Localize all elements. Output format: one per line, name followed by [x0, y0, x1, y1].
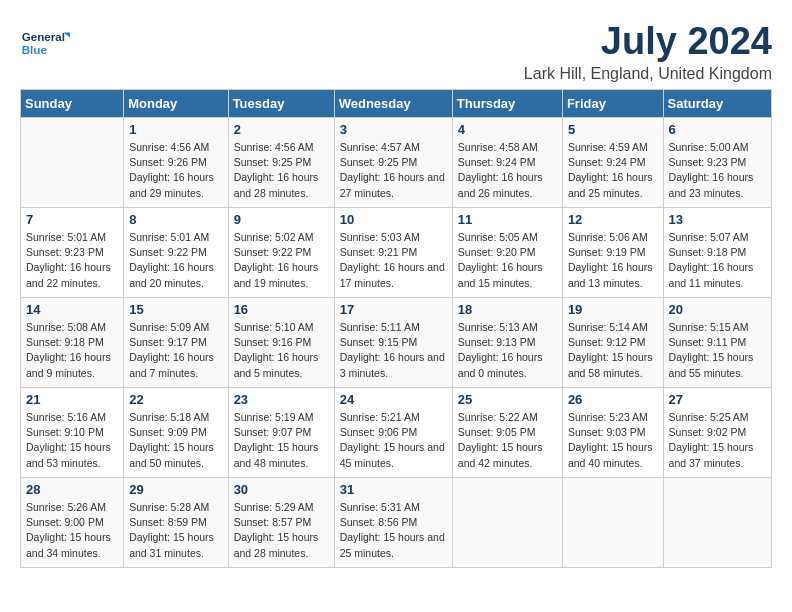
day-number: 29: [129, 482, 222, 497]
day-info: Sunrise: 5:21 AM Sunset: 9:06 PM Dayligh…: [340, 410, 447, 471]
day-info: Sunrise: 5:28 AM Sunset: 8:59 PM Dayligh…: [129, 500, 222, 561]
calendar-cell: 28 Sunrise: 5:26 AM Sunset: 9:00 PM Dayl…: [21, 478, 124, 568]
day-number: 7: [26, 212, 118, 227]
calendar-cell: 29 Sunrise: 5:28 AM Sunset: 8:59 PM Dayl…: [124, 478, 228, 568]
calendar-cell: 27 Sunrise: 5:25 AM Sunset: 9:02 PM Dayl…: [663, 388, 771, 478]
day-info: Sunrise: 5:01 AM Sunset: 9:23 PM Dayligh…: [26, 230, 118, 291]
header-monday: Monday: [124, 90, 228, 118]
day-number: 26: [568, 392, 658, 407]
day-info: Sunrise: 5:18 AM Sunset: 9:09 PM Dayligh…: [129, 410, 222, 471]
day-number: 22: [129, 392, 222, 407]
day-number: 15: [129, 302, 222, 317]
day-info: Sunrise: 5:26 AM Sunset: 9:00 PM Dayligh…: [26, 500, 118, 561]
week-row-1: 1 Sunrise: 4:56 AM Sunset: 9:26 PM Dayli…: [21, 118, 772, 208]
day-info: Sunrise: 5:15 AM Sunset: 9:11 PM Dayligh…: [669, 320, 766, 381]
calendar-cell: 6 Sunrise: 5:00 AM Sunset: 9:23 PM Dayli…: [663, 118, 771, 208]
day-number: 21: [26, 392, 118, 407]
day-info: Sunrise: 5:07 AM Sunset: 9:18 PM Dayligh…: [669, 230, 766, 291]
day-number: 3: [340, 122, 447, 137]
day-number: 10: [340, 212, 447, 227]
calendar-cell: 7 Sunrise: 5:01 AM Sunset: 9:23 PM Dayli…: [21, 208, 124, 298]
day-number: 1: [129, 122, 222, 137]
day-number: 30: [234, 482, 329, 497]
day-info: Sunrise: 4:56 AM Sunset: 9:26 PM Dayligh…: [129, 140, 222, 201]
week-row-5: 28 Sunrise: 5:26 AM Sunset: 9:00 PM Dayl…: [21, 478, 772, 568]
header-sunday: Sunday: [21, 90, 124, 118]
day-number: 5: [568, 122, 658, 137]
calendar-cell: 23 Sunrise: 5:19 AM Sunset: 9:07 PM Dayl…: [228, 388, 334, 478]
day-number: 20: [669, 302, 766, 317]
subtitle: Lark Hill, England, United Kingdom: [524, 65, 772, 83]
logo: General Blue: [20, 20, 70, 70]
day-number: 18: [458, 302, 557, 317]
calendar-table: SundayMondayTuesdayWednesdayThursdayFrid…: [20, 89, 772, 568]
calendar-cell: 22 Sunrise: 5:18 AM Sunset: 9:09 PM Dayl…: [124, 388, 228, 478]
calendar-cell: 10 Sunrise: 5:03 AM Sunset: 9:21 PM Dayl…: [334, 208, 452, 298]
day-info: Sunrise: 4:58 AM Sunset: 9:24 PM Dayligh…: [458, 140, 557, 201]
day-number: 19: [568, 302, 658, 317]
day-number: 25: [458, 392, 557, 407]
week-row-3: 14 Sunrise: 5:08 AM Sunset: 9:18 PM Dayl…: [21, 298, 772, 388]
day-info: Sunrise: 5:31 AM Sunset: 8:56 PM Dayligh…: [340, 500, 447, 561]
calendar-cell: 16 Sunrise: 5:10 AM Sunset: 9:16 PM Dayl…: [228, 298, 334, 388]
day-info: Sunrise: 5:11 AM Sunset: 9:15 PM Dayligh…: [340, 320, 447, 381]
day-info: Sunrise: 4:56 AM Sunset: 9:25 PM Dayligh…: [234, 140, 329, 201]
calendar-cell: 31 Sunrise: 5:31 AM Sunset: 8:56 PM Dayl…: [334, 478, 452, 568]
calendar-cell: 3 Sunrise: 4:57 AM Sunset: 9:25 PM Dayli…: [334, 118, 452, 208]
day-info: Sunrise: 5:19 AM Sunset: 9:07 PM Dayligh…: [234, 410, 329, 471]
calendar-cell: 12 Sunrise: 5:06 AM Sunset: 9:19 PM Dayl…: [562, 208, 663, 298]
day-number: 12: [568, 212, 658, 227]
day-info: Sunrise: 5:08 AM Sunset: 9:18 PM Dayligh…: [26, 320, 118, 381]
day-info: Sunrise: 5:02 AM Sunset: 9:22 PM Dayligh…: [234, 230, 329, 291]
calendar-cell: 18 Sunrise: 5:13 AM Sunset: 9:13 PM Dayl…: [452, 298, 562, 388]
day-info: Sunrise: 4:57 AM Sunset: 9:25 PM Dayligh…: [340, 140, 447, 201]
calendar-cell: 15 Sunrise: 5:09 AM Sunset: 9:17 PM Dayl…: [124, 298, 228, 388]
day-number: 6: [669, 122, 766, 137]
week-row-4: 21 Sunrise: 5:16 AM Sunset: 9:10 PM Dayl…: [21, 388, 772, 478]
calendar-cell: 5 Sunrise: 4:59 AM Sunset: 9:24 PM Dayli…: [562, 118, 663, 208]
header-thursday: Thursday: [452, 90, 562, 118]
day-number: 9: [234, 212, 329, 227]
calendar-cell: 25 Sunrise: 5:22 AM Sunset: 9:05 PM Dayl…: [452, 388, 562, 478]
day-number: 16: [234, 302, 329, 317]
page-header: General Blue July 2024 Lark Hill, Englan…: [20, 20, 772, 83]
header-wednesday: Wednesday: [334, 90, 452, 118]
calendar-cell: 1 Sunrise: 4:56 AM Sunset: 9:26 PM Dayli…: [124, 118, 228, 208]
calendar-cell: 11 Sunrise: 5:05 AM Sunset: 9:20 PM Dayl…: [452, 208, 562, 298]
header-friday: Friday: [562, 90, 663, 118]
calendar-cell: 13 Sunrise: 5:07 AM Sunset: 9:18 PM Dayl…: [663, 208, 771, 298]
calendar-cell: 21 Sunrise: 5:16 AM Sunset: 9:10 PM Dayl…: [21, 388, 124, 478]
day-number: 11: [458, 212, 557, 227]
calendar-cell: [452, 478, 562, 568]
calendar-cell: 17 Sunrise: 5:11 AM Sunset: 9:15 PM Dayl…: [334, 298, 452, 388]
day-info: Sunrise: 5:25 AM Sunset: 9:02 PM Dayligh…: [669, 410, 766, 471]
day-number: 8: [129, 212, 222, 227]
day-info: Sunrise: 5:14 AM Sunset: 9:12 PM Dayligh…: [568, 320, 658, 381]
header-tuesday: Tuesday: [228, 90, 334, 118]
calendar-cell: 9 Sunrise: 5:02 AM Sunset: 9:22 PM Dayli…: [228, 208, 334, 298]
day-number: 31: [340, 482, 447, 497]
day-info: Sunrise: 5:13 AM Sunset: 9:13 PM Dayligh…: [458, 320, 557, 381]
day-info: Sunrise: 5:16 AM Sunset: 9:10 PM Dayligh…: [26, 410, 118, 471]
day-info: Sunrise: 5:10 AM Sunset: 9:16 PM Dayligh…: [234, 320, 329, 381]
calendar-cell: 20 Sunrise: 5:15 AM Sunset: 9:11 PM Dayl…: [663, 298, 771, 388]
calendar-cell: [562, 478, 663, 568]
calendar-cell: [21, 118, 124, 208]
day-number: 23: [234, 392, 329, 407]
header-row: SundayMondayTuesdayWednesdayThursdayFrid…: [21, 90, 772, 118]
day-number: 4: [458, 122, 557, 137]
day-info: Sunrise: 5:29 AM Sunset: 8:57 PM Dayligh…: [234, 500, 329, 561]
day-info: Sunrise: 5:09 AM Sunset: 9:17 PM Dayligh…: [129, 320, 222, 381]
svg-text:General: General: [22, 30, 65, 43]
calendar-cell: [663, 478, 771, 568]
calendar-cell: 19 Sunrise: 5:14 AM Sunset: 9:12 PM Dayl…: [562, 298, 663, 388]
logo-svg: General Blue: [20, 20, 70, 70]
calendar-cell: 2 Sunrise: 4:56 AM Sunset: 9:25 PM Dayli…: [228, 118, 334, 208]
day-info: Sunrise: 5:23 AM Sunset: 9:03 PM Dayligh…: [568, 410, 658, 471]
calendar-cell: 30 Sunrise: 5:29 AM Sunset: 8:57 PM Dayl…: [228, 478, 334, 568]
day-info: Sunrise: 5:03 AM Sunset: 9:21 PM Dayligh…: [340, 230, 447, 291]
day-number: 28: [26, 482, 118, 497]
title-area: July 2024 Lark Hill, England, United Kin…: [524, 20, 772, 83]
calendar-cell: 4 Sunrise: 4:58 AM Sunset: 9:24 PM Dayli…: [452, 118, 562, 208]
calendar-cell: 26 Sunrise: 5:23 AM Sunset: 9:03 PM Dayl…: [562, 388, 663, 478]
